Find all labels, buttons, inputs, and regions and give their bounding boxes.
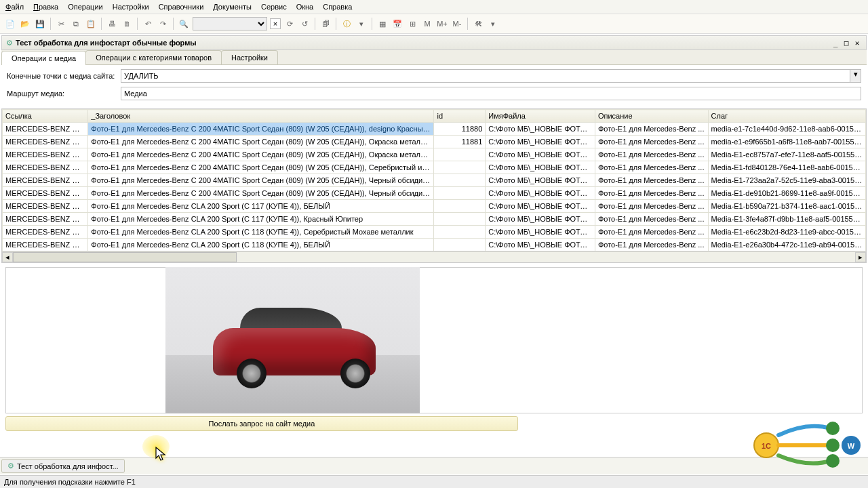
cell-slug: media-e1-e9f665b1-a6f8-11e8-aab7-00155d3… xyxy=(708,136,865,148)
cell-title: Фото-E1 для Mercedes-Benz C 200 4MATIC S… xyxy=(88,174,434,187)
cell-id xyxy=(434,213,486,226)
menu-docs[interactable]: Документы xyxy=(213,3,252,11)
clear-search-icon[interactable]: × xyxy=(270,18,281,29)
print-icon[interactable]: 🖶 xyxy=(106,18,118,30)
search-combo[interactable] xyxy=(193,17,267,30)
menu-service[interactable]: Сервис xyxy=(261,3,287,11)
col-file[interactable]: ИмяФайла xyxy=(486,110,595,123)
endpoint-field[interactable]: ▾ xyxy=(121,69,861,83)
minimize-icon[interactable]: _ xyxy=(831,38,840,47)
endpoint-dd-icon[interactable]: ▾ xyxy=(850,70,861,82)
table-row[interactable]: MERCEDES-BENZ CL...Фото-E1 для Mercedes-… xyxy=(3,239,866,251)
scroll-left-icon[interactable]: ◂ xyxy=(2,252,13,262)
save-icon[interactable]: 💾 xyxy=(34,18,46,30)
info-icon[interactable]: ⓘ xyxy=(340,18,353,30)
cell-file: C:\Фото МБ\_НОВЫЕ ФОТО... xyxy=(486,239,595,251)
copy2-icon[interactable]: 🗐 xyxy=(319,18,332,30)
table-row[interactable]: MERCEDES-BENZ CL...Фото-E1 для Mercedes-… xyxy=(3,200,866,213)
window-header: ⚙ Тест обработка для инфостарт обычные ф… xyxy=(1,35,867,50)
tools-dd-icon[interactable]: ▾ xyxy=(487,18,499,30)
paste-icon[interactable]: 📋 xyxy=(85,18,97,30)
scroll-thumb[interactable] xyxy=(13,252,237,262)
cell-file: C:\Фото МБ\_НОВЫЕ ФОТО... xyxy=(486,174,595,187)
col-title[interactable]: _Заголовок xyxy=(88,110,434,123)
m-plus-button[interactable]: M+ xyxy=(436,18,448,30)
tab-categories[interactable]: Операции с категориями товаров xyxy=(85,50,222,64)
menu-file[interactable]: Файл xyxy=(5,3,24,11)
nav-back-icon[interactable]: ↺ xyxy=(298,18,311,30)
cell-desc: Фото-E1 для Mercedes-Benz ... xyxy=(595,148,708,161)
send-request-button[interactable]: Послать запрос на сайт медиа xyxy=(5,416,518,431)
cell-id xyxy=(434,226,486,239)
preview-icon[interactable]: 🗎 xyxy=(121,18,133,30)
task-item[interactable]: ⚙ Тест обработка для инфост... xyxy=(1,459,125,473)
cell-file: C:\Фото МБ\_НОВЫЕ ФОТО... xyxy=(486,200,595,213)
table-row[interactable]: MERCEDES-BENZ C 2...Фото-E1 для Mercedes… xyxy=(3,161,866,174)
cell-desc: Фото-E1 для Mercedes-Benz ... xyxy=(595,161,708,174)
col-id[interactable]: id xyxy=(434,110,486,123)
cell-title: Фото-E1 для Mercedes-Benz CLA 200 Sport … xyxy=(88,226,434,239)
menu-settings[interactable]: Настройки xyxy=(113,3,149,11)
cell-title: Фото-E1 для Mercedes-Benz C 200 4MATIC S… xyxy=(88,136,434,148)
table-row[interactable]: MERCEDES-BENZ C 2...Фото-E1 для Mercedes… xyxy=(3,187,866,200)
cell-file: C:\Фото МБ\_НОВЫЕ ФОТО... xyxy=(486,136,595,148)
cell-slug: Media-E1-3fe4a87f-d9bb-11e8-aaf5-00155d3… xyxy=(708,213,865,226)
menubar: Файл Правка Операции Настройки Справочни… xyxy=(0,0,868,14)
menu-ops[interactable]: Операции xyxy=(68,3,102,11)
cell-file: C:\Фото МБ\_НОВЫЕ ФОТО... xyxy=(486,148,595,161)
tools-icon[interactable]: 🛠 xyxy=(472,18,484,30)
endpoint-input[interactable] xyxy=(121,70,850,82)
cell-id xyxy=(434,200,486,213)
cell-id: 11881 xyxy=(434,136,486,148)
new-icon[interactable]: 📄 xyxy=(4,18,16,30)
cut-icon[interactable]: ✂ xyxy=(55,18,67,30)
cell-link: MERCEDES-BENZ CL... xyxy=(3,239,88,251)
memory-icon[interactable]: ⊞ xyxy=(406,18,418,30)
menu-windows[interactable]: Окна xyxy=(296,3,314,11)
m-button[interactable]: M xyxy=(421,18,433,30)
task-icon: ⚙ xyxy=(7,462,14,470)
find-icon[interactable]: 🔍 xyxy=(178,18,190,30)
cell-slug: Media-E1-b590a721-b374-11e8-aac1-00155d3… xyxy=(708,200,865,213)
calc-icon[interactable]: ▦ xyxy=(376,18,389,30)
m-minus-button[interactable]: M- xyxy=(451,18,463,30)
open-icon[interactable]: 📂 xyxy=(19,18,31,30)
col-slug[interactable]: Слаг xyxy=(708,110,865,123)
menu-help[interactable]: Справка xyxy=(323,3,352,11)
col-desc[interactable]: Описание xyxy=(595,110,708,123)
table-row[interactable]: MERCEDES-BENZ CL...Фото-E1 для Mercedes-… xyxy=(3,213,866,226)
redo-icon[interactable]: ↷ xyxy=(157,18,169,30)
copy-icon[interactable]: ⧉ xyxy=(70,18,82,30)
window-icon: ⚙ xyxy=(6,39,13,47)
horizontal-scrollbar[interactable]: ◂ ▸ xyxy=(2,251,866,262)
route-input[interactable] xyxy=(121,87,861,100)
route-field[interactable] xyxy=(121,87,861,100)
undo-icon[interactable]: ↶ xyxy=(142,18,154,30)
menu-refs[interactable]: Справочники xyxy=(159,3,204,11)
menu-edit[interactable]: Правка xyxy=(33,3,58,11)
close-icon[interactable]: ✕ xyxy=(852,38,862,47)
table-row[interactable]: MERCEDES-BENZ C 2...Фото-E1 для Mercedes… xyxy=(3,174,866,187)
table-row[interactable]: MERCEDES-BENZ C 2...Фото-E1 для Mercedes… xyxy=(3,148,866,161)
cell-desc: Фото-E1 для Mercedes-Benz ... xyxy=(595,226,708,239)
tab-settings[interactable]: Настройки xyxy=(221,50,278,64)
grid: Ссылка _Заголовок id ИмяФайла Описание С… xyxy=(1,108,867,263)
scroll-right-icon[interactable]: ▸ xyxy=(855,252,866,262)
table-row[interactable]: MERCEDES-BENZ C 2...Фото-E1 для Mercedes… xyxy=(3,136,866,148)
cell-link: MERCEDES-BENZ C 2... xyxy=(3,123,88,136)
cell-slug: Media-E1-723aa2a7-52c5-11e9-aba3-00155d3… xyxy=(708,174,865,187)
table-row[interactable]: MERCEDES-BENZ C 2...Фото-E1 для Mercedes… xyxy=(3,123,866,136)
table-row[interactable]: MERCEDES-BENZ CL...Фото-E1 для Mercedes-… xyxy=(3,226,866,239)
cell-title: Фото-E1 для Mercedes-Benz CLA 200 Sport … xyxy=(88,239,434,251)
svg-point-3 xyxy=(826,439,840,452)
refresh-icon[interactable]: ⟳ xyxy=(283,18,296,30)
cell-link: MERCEDES-BENZ C 2... xyxy=(3,187,88,200)
maximize-icon[interactable]: □ xyxy=(842,38,851,47)
calendar-icon[interactable]: 📅 xyxy=(391,18,403,30)
window-title: Тест обработка для инфостарт обычные фор… xyxy=(16,39,829,47)
info-dd-icon[interactable]: ▾ xyxy=(355,18,368,30)
col-link[interactable]: Ссылка xyxy=(3,110,88,123)
toolbar: 📄 📂 💾 ✂ ⧉ 📋 🖶 🗎 ↶ ↷ 🔍 × ⟳ ↺ 🗐 ⓘ ▾ ▦ 📅 ⊞ … xyxy=(0,14,868,34)
cell-link: MERCEDES-BENZ C 2... xyxy=(3,148,88,161)
tab-media-ops[interactable]: Операции с медиа xyxy=(1,51,86,65)
